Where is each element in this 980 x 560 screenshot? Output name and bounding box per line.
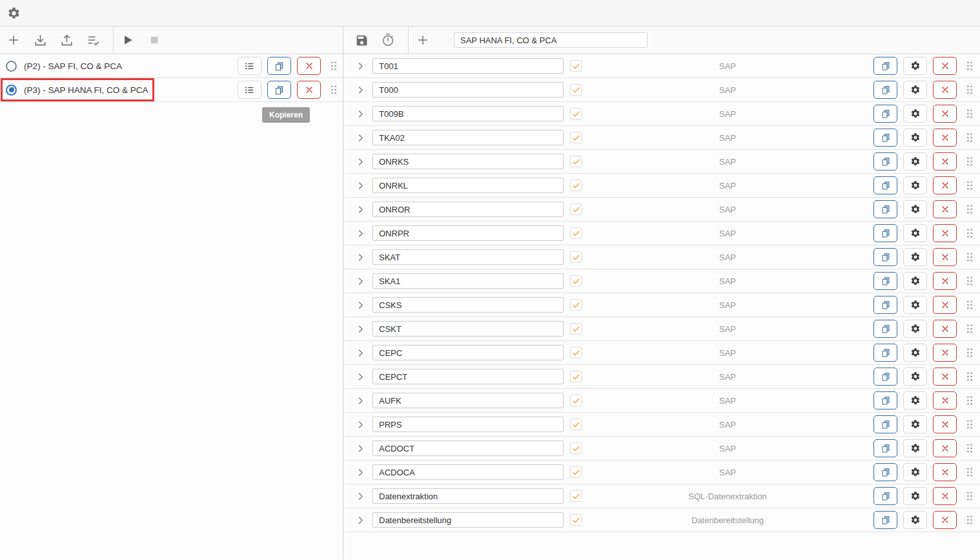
save-button[interactable] xyxy=(354,32,369,48)
copy-row-button[interactable] xyxy=(873,57,897,75)
drag-handle[interactable] xyxy=(965,442,975,454)
table-name-input[interactable] xyxy=(373,249,564,265)
copy-row-button[interactable] xyxy=(873,200,897,218)
delete-row-button[interactable] xyxy=(933,320,957,338)
row-settings-button[interactable] xyxy=(903,368,927,386)
copy-row-button[interactable] xyxy=(873,272,897,290)
table-name-input[interactable] xyxy=(373,58,564,74)
table-name-input[interactable] xyxy=(373,202,564,217)
row-settings-button[interactable] xyxy=(903,272,927,290)
copy-row-button[interactable] xyxy=(873,248,897,266)
run-button[interactable] xyxy=(120,32,136,48)
copy-row-button[interactable] xyxy=(873,463,897,481)
schedule-button[interactable] xyxy=(380,32,396,48)
delete-row-button[interactable] xyxy=(933,439,957,457)
row-settings-button[interactable] xyxy=(903,415,927,433)
table-name-input[interactable] xyxy=(373,297,564,313)
delete-row-button[interactable] xyxy=(933,415,957,433)
expand-button[interactable] xyxy=(354,61,367,71)
table-name-input[interactable] xyxy=(373,154,564,169)
row-settings-button[interactable] xyxy=(903,344,927,362)
row-settings-button[interactable] xyxy=(903,320,927,338)
delete-row-button[interactable] xyxy=(933,463,957,481)
drag-handle[interactable] xyxy=(965,180,975,191)
expand-button[interactable] xyxy=(354,372,367,382)
table-name-input[interactable] xyxy=(373,321,564,337)
expand-button[interactable] xyxy=(354,468,367,477)
copy-process-button[interactable] xyxy=(267,81,291,99)
drag-handle[interactable] xyxy=(965,299,975,311)
table-name-input[interactable] xyxy=(373,130,564,145)
table-name-input[interactable] xyxy=(373,273,564,289)
active-checkbox[interactable] xyxy=(570,108,582,119)
copy-row-button[interactable] xyxy=(873,105,897,123)
process-title-input[interactable] xyxy=(454,32,648,48)
active-checkbox[interactable] xyxy=(570,419,582,430)
copy-process-button[interactable] xyxy=(267,57,291,75)
stop-button[interactable] xyxy=(147,32,162,48)
active-checkbox[interactable] xyxy=(570,490,582,502)
delete-process-button[interactable] xyxy=(297,81,321,99)
row-settings-button[interactable] xyxy=(903,105,927,123)
active-checkbox[interactable] xyxy=(570,466,582,478)
copy-row-button[interactable] xyxy=(873,415,897,433)
drag-handle[interactable] xyxy=(965,108,975,119)
copy-row-button[interactable] xyxy=(873,391,897,410)
expand-button[interactable] xyxy=(354,324,367,334)
expand-button[interactable] xyxy=(354,205,367,214)
expand-button[interactable] xyxy=(354,276,367,286)
process-radio[interactable] xyxy=(6,61,17,72)
copy-row-button[interactable] xyxy=(873,152,897,171)
copy-row-button[interactable] xyxy=(873,368,897,386)
table-name-input[interactable] xyxy=(373,488,564,504)
row-settings-button[interactable] xyxy=(903,391,927,410)
expand-button[interactable] xyxy=(354,348,367,358)
copy-row-button[interactable] xyxy=(873,511,897,529)
expand-button[interactable] xyxy=(354,85,367,95)
copy-row-button[interactable] xyxy=(873,224,897,242)
drag-handle[interactable] xyxy=(329,60,339,72)
expand-button[interactable] xyxy=(354,229,367,238)
row-settings-button[interactable] xyxy=(903,439,927,457)
drag-handle[interactable] xyxy=(965,466,975,478)
active-checkbox[interactable] xyxy=(570,347,582,358)
copy-row-button[interactable] xyxy=(873,81,897,99)
add-row-button[interactable] xyxy=(415,32,431,48)
copy-row-button[interactable] xyxy=(873,344,897,362)
delete-row-button[interactable] xyxy=(933,200,957,218)
copy-row-button[interactable] xyxy=(873,439,897,457)
drag-handle[interactable] xyxy=(965,132,975,143)
delete-row-button[interactable] xyxy=(933,224,957,242)
table-name-input[interactable] xyxy=(373,441,564,456)
expand-button[interactable] xyxy=(354,109,367,119)
drag-handle[interactable] xyxy=(965,227,975,239)
active-checkbox[interactable] xyxy=(570,371,582,382)
row-settings-button[interactable] xyxy=(903,152,927,171)
active-checkbox[interactable] xyxy=(570,84,582,96)
drag-handle[interactable] xyxy=(965,419,975,430)
table-name-input[interactable] xyxy=(373,82,564,98)
active-checkbox[interactable] xyxy=(570,323,582,335)
drag-handle[interactable] xyxy=(965,490,975,502)
expand-button[interactable] xyxy=(354,444,367,453)
delete-row-button[interactable] xyxy=(933,57,957,75)
table-name-input[interactable] xyxy=(373,464,564,480)
process-label[interactable]: (P2) - SAP FI, CO & PCA xyxy=(24,61,122,71)
row-settings-button[interactable] xyxy=(903,200,927,218)
drag-handle[interactable] xyxy=(965,371,975,382)
delete-row-button[interactable] xyxy=(933,248,957,266)
copy-row-button[interactable] xyxy=(873,487,897,505)
delete-row-button[interactable] xyxy=(933,511,957,529)
process-details-button[interactable] xyxy=(238,81,261,99)
table-name-input[interactable] xyxy=(373,106,564,121)
delete-row-button[interactable] xyxy=(933,391,957,410)
row-settings-button[interactable] xyxy=(903,129,927,147)
row-settings-button[interactable] xyxy=(903,296,927,314)
row-settings-button[interactable] xyxy=(903,248,927,266)
row-settings-button[interactable] xyxy=(903,224,927,242)
table-name-input[interactable] xyxy=(373,512,564,528)
row-settings-button[interactable] xyxy=(903,487,927,505)
drag-handle[interactable] xyxy=(965,156,975,167)
expand-button[interactable] xyxy=(354,300,367,310)
delete-row-button[interactable] xyxy=(933,105,957,123)
